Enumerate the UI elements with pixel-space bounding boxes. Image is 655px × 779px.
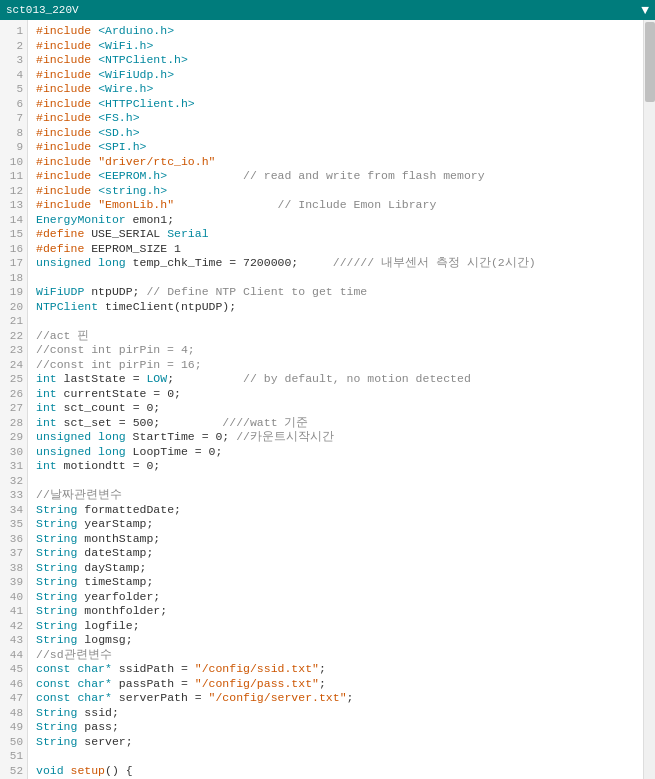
code-line: unsigned long LoopTime = 0; (36, 445, 639, 460)
title-bar-controls[interactable]: ▼ (641, 3, 649, 18)
line-number: 11 (6, 169, 23, 184)
line-number: 9 (6, 140, 23, 155)
code-line: String pass; (36, 720, 639, 735)
code-line: #include "EmonLib.h" // Include Emon Lib… (36, 198, 639, 213)
line-number: 32 (6, 474, 23, 489)
code-line: int currentState = 0; (36, 387, 639, 402)
line-number: 45 (6, 662, 23, 677)
line-number: 16 (6, 242, 23, 257)
code-line: #include <SPI.h> (36, 140, 639, 155)
scroll-thumb[interactable] (645, 22, 655, 102)
code-line: //const int pirPin = 4; (36, 343, 639, 358)
code-line: unsigned long temp_chk_Time = 7200000; /… (36, 256, 639, 271)
line-number: 20 (6, 300, 23, 315)
code-line: int motiondtt = 0; (36, 459, 639, 474)
collapse-icon[interactable]: ▼ (641, 3, 649, 18)
line-number: 28 (6, 416, 23, 431)
line-number: 1 (6, 24, 23, 39)
code-line: #include <NTPClient.h> (36, 53, 639, 68)
line-number: 8 (6, 126, 23, 141)
line-number: 36 (6, 532, 23, 547)
code-line (36, 314, 639, 329)
code-line: String monthfolder; (36, 604, 639, 619)
line-number: 47 (6, 691, 23, 706)
window-title: sct013_220V (6, 4, 79, 16)
code-line: #include "driver/rtc_io.h" (36, 155, 639, 170)
code-line: const char* serverPath = "/config/server… (36, 691, 639, 706)
line-number: 26 (6, 387, 23, 402)
line-number: 25 (6, 372, 23, 387)
line-number: 18 (6, 271, 23, 286)
code-line: String logmsg; (36, 633, 639, 648)
code-line: #include <SD.h> (36, 126, 639, 141)
line-number: 38 (6, 561, 23, 576)
line-number: 52 (6, 764, 23, 779)
code-line: //날짜관련변수 (36, 488, 639, 503)
line-number: 37 (6, 546, 23, 561)
line-number: 2 (6, 39, 23, 54)
code-line: int sct_set = 500; ////watt 기준 (36, 416, 639, 431)
code-line: unsigned long StartTime = 0; //카운트시작시간 (36, 430, 639, 445)
code-line: String monthStamp; (36, 532, 639, 547)
code-line: #include <string.h> (36, 184, 639, 199)
line-number: 3 (6, 53, 23, 68)
line-number: 50 (6, 735, 23, 750)
line-number: 27 (6, 401, 23, 416)
line-number: 31 (6, 459, 23, 474)
line-number: 23 (6, 343, 23, 358)
line-number: 12 (6, 184, 23, 199)
line-number: 24 (6, 358, 23, 373)
code-line: String yearStamp; (36, 517, 639, 532)
code-line: //act 핀 (36, 329, 639, 344)
code-line: #include <Arduino.h> (36, 24, 639, 39)
code-line (36, 474, 639, 489)
scrollbar-y[interactable] (643, 20, 655, 779)
code-line: #include <WiFi.h> (36, 39, 639, 54)
line-number: 41 (6, 604, 23, 619)
line-number: 4 (6, 68, 23, 83)
code-line: #include <WiFiUdp.h> (36, 68, 639, 83)
line-number: 30 (6, 445, 23, 460)
line-number: 19 (6, 285, 23, 300)
code-line (36, 271, 639, 286)
code-area[interactable]: #include <Arduino.h>#include <WiFi.h>#in… (28, 20, 643, 779)
line-number: 15 (6, 227, 23, 242)
line-number: 13 (6, 198, 23, 213)
code-line: int lastState = LOW; // by default, no m… (36, 372, 639, 387)
code-line: int sct_count = 0; (36, 401, 639, 416)
code-line: String yearfolder; (36, 590, 639, 605)
code-line: String ssid; (36, 706, 639, 721)
line-number: 14 (6, 213, 23, 228)
code-line: NTPClient timeClient(ntpUDP); (36, 300, 639, 315)
line-number: 43 (6, 633, 23, 648)
line-number: 17 (6, 256, 23, 271)
line-number: 49 (6, 720, 23, 735)
code-line: WiFiUDP ntpUDP; // Define NTP Client to … (36, 285, 639, 300)
line-number: 7 (6, 111, 23, 126)
line-number: 22 (6, 329, 23, 344)
line-number: 5 (6, 82, 23, 97)
code-line: #include <FS.h> (36, 111, 639, 126)
code-line: EnergyMonitor emon1; (36, 213, 639, 228)
line-number: 44 (6, 648, 23, 663)
code-line: //const int pirPin = 16; (36, 358, 639, 373)
line-number: 6 (6, 97, 23, 112)
code-line: String dateStamp; (36, 546, 639, 561)
line-number: 46 (6, 677, 23, 692)
line-number: 40 (6, 590, 23, 605)
line-number: 21 (6, 314, 23, 329)
code-line: String timeStamp; (36, 575, 639, 590)
code-line: #include <EEPROM.h> // read and write fr… (36, 169, 639, 184)
line-number: 42 (6, 619, 23, 634)
line-number: 34 (6, 503, 23, 518)
line-numbers: 1234567891011121314151617181920212223242… (0, 20, 28, 779)
code-line: String dayStamp; (36, 561, 639, 576)
line-number: 51 (6, 749, 23, 764)
code-line: String server; (36, 735, 639, 750)
line-number: 39 (6, 575, 23, 590)
line-number: 29 (6, 430, 23, 445)
window: sct013_220V ▼ 12345678910111213141516171… (0, 0, 655, 779)
line-number: 33 (6, 488, 23, 503)
code-line (36, 749, 639, 764)
line-number: 35 (6, 517, 23, 532)
